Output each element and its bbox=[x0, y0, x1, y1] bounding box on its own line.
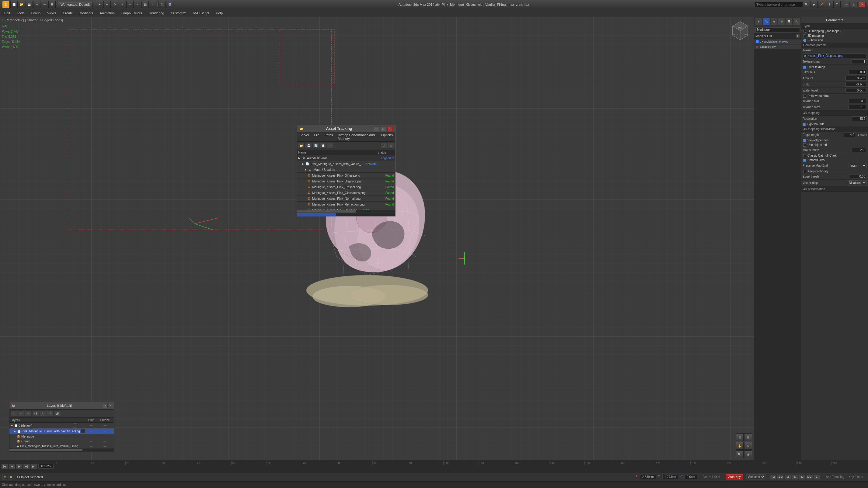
asset-row-vault[interactable]: ▶ 🏛 Autodesk Vault Logged C bbox=[297, 155, 395, 161]
asset-maximize-btn[interactable]: □ bbox=[381, 126, 386, 131]
navigation-cube[interactable]: TOP LEFT FRONT bbox=[730, 20, 751, 41]
asset-minimize-btn[interactable]: — bbox=[374, 126, 379, 131]
asset-scrollbar-thumb[interactable] bbox=[297, 210, 356, 213]
layer-tool-move-up[interactable]: ⬆ bbox=[39, 411, 46, 417]
status-icon-2[interactable]: 🔒 bbox=[8, 475, 13, 480]
current-frame-display[interactable]: 0 / 225 bbox=[38, 464, 54, 468]
edge-length-input[interactable] bbox=[844, 133, 856, 137]
asset-scrollbar[interactable] bbox=[297, 210, 395, 213]
undo-icon[interactable]: ↩ bbox=[33, 1, 40, 8]
search-icon[interactable]: 🔍 bbox=[803, 1, 810, 8]
info-icon[interactable]: ℹ bbox=[826, 1, 833, 8]
align-icon[interactable]: ≡ bbox=[134, 1, 141, 8]
texture-chan-input[interactable] bbox=[851, 59, 867, 64]
layer-tool-link[interactable]: 🔗 bbox=[54, 411, 61, 417]
layers-help-btn[interactable]: ? bbox=[103, 403, 108, 408]
prev-frame-btn[interactable]: ◀ bbox=[8, 464, 15, 469]
z-value[interactable]: 0.0cm bbox=[685, 475, 697, 479]
layer-check-default[interactable] bbox=[73, 423, 77, 427]
layer-tool-move-down[interactable]: ⬇ bbox=[47, 411, 54, 417]
viewport-3d[interactable]: + [Perspective] [ Shaded + Edged Faces] … bbox=[0, 17, 754, 460]
asset-row-maps[interactable]: ▼ 🗂 Maps / Shaders bbox=[297, 167, 395, 173]
modifier-vray-displacement[interactable]: VRayDisplacementMod bbox=[754, 39, 801, 44]
layers-scrollbar-thumb[interactable] bbox=[9, 449, 83, 451]
play-btn[interactable]: ▶ bbox=[16, 464, 23, 469]
asset-tool-4[interactable]: 📋 bbox=[320, 142, 327, 149]
status-prev-frame[interactable]: ◀ bbox=[784, 474, 791, 480]
texmap-min-input[interactable] bbox=[848, 99, 867, 103]
view-dependent-checkbox[interactable] bbox=[803, 139, 806, 142]
pan-btn[interactable]: ✋ bbox=[736, 442, 744, 450]
resolution-input[interactable] bbox=[851, 117, 867, 121]
move-icon[interactable]: ✛ bbox=[103, 1, 111, 8]
modifier-enable-checkbox2[interactable] bbox=[756, 45, 759, 48]
orbit-btn[interactable]: ↻ bbox=[744, 442, 752, 450]
keep-continuity-checkbox[interactable] bbox=[803, 170, 806, 173]
status-next-frame[interactable]: ▶ bbox=[799, 474, 806, 480]
layers-scrollbar[interactable] bbox=[9, 449, 114, 451]
zoom-selected-btn[interactable]: ⊞ bbox=[744, 433, 752, 441]
asset-tool-3[interactable]: 🔄 bbox=[312, 142, 319, 149]
field-of-view-btn[interactable]: ◉ bbox=[744, 450, 752, 458]
asset-row-max-file[interactable]: ▶ 📄 Pink_Meringue_Kisses_with_Vanilla_Fi… bbox=[297, 161, 395, 167]
search-input[interactable] bbox=[754, 2, 803, 7]
select-icon[interactable]: ✦ bbox=[96, 1, 103, 8]
menu-tools[interactable]: Tools bbox=[14, 10, 28, 16]
asset-menu-file[interactable]: File bbox=[312, 132, 322, 141]
render-icon[interactable]: 🎬 bbox=[158, 1, 166, 8]
shift-input[interactable] bbox=[845, 82, 867, 87]
status-play[interactable]: ▶ bbox=[792, 474, 798, 480]
layer-row-meringue[interactable]: 📦 Meringue — — bbox=[9, 434, 114, 439]
curve-icon[interactable]: 〰 bbox=[149, 1, 156, 8]
tight-bounds-checkbox[interactable] bbox=[803, 123, 806, 126]
rotate-icon[interactable]: ↻ bbox=[111, 1, 118, 8]
mirror-icon[interactable]: ⇔ bbox=[126, 1, 133, 8]
texmap-value[interactable]: e_Kisses_Pink_Displace.png bbox=[803, 54, 867, 58]
menu-help[interactable]: Help bbox=[213, 10, 226, 16]
modifier-list-arrow[interactable]: ▼ bbox=[796, 34, 800, 38]
asset-row-normal[interactable]: 🖼 Meringue_Kisses_Pink_Normal.png Found bbox=[297, 196, 395, 202]
open-icon[interactable]: 📂 bbox=[18, 1, 25, 8]
asset-row-glossiness[interactable]: 🖼 Meringue_Kisses_Pink_Glossiness.png Fo… bbox=[297, 190, 395, 196]
display-tab[interactable]: 💡 bbox=[785, 18, 793, 25]
type-subdivision-radio[interactable]: Subdivision bbox=[801, 38, 868, 42]
menu-modifiers[interactable]: Modifiers bbox=[76, 10, 96, 16]
menu-customize[interactable]: Customize bbox=[168, 10, 190, 16]
layer-row-cream[interactable]: 📦 Cream — — bbox=[9, 439, 114, 444]
asset-tool-1[interactable]: 📁 bbox=[298, 142, 305, 149]
menu-edit[interactable]: Edit bbox=[1, 10, 13, 16]
relative-bbox-checkbox[interactable] bbox=[803, 95, 806, 98]
hold-icon[interactable]: ⏸ bbox=[49, 1, 56, 8]
add-time-tag-label[interactable]: Add Time Tag bbox=[826, 475, 844, 479]
scale-icon[interactable]: ⤡ bbox=[119, 1, 126, 8]
x-value[interactable]: 2.839cm bbox=[640, 475, 656, 479]
status-next[interactable]: ▶▶ bbox=[806, 474, 813, 480]
menu-maxscript[interactable]: MAXScript bbox=[190, 10, 212, 16]
asset-row-refraction[interactable]: 🖼 Meringue_Kisses_Pink_Refraction.png Fo… bbox=[297, 202, 395, 207]
y-value[interactable]: 1.773cm bbox=[662, 475, 678, 479]
status-go-start[interactable]: |◀ bbox=[770, 474, 776, 480]
menu-create[interactable]: Create bbox=[60, 10, 76, 16]
water-level-input[interactable] bbox=[845, 88, 867, 93]
help-icon[interactable]: ? bbox=[833, 1, 841, 8]
filter-texmap-checkbox[interactable] bbox=[803, 66, 806, 69]
modifier-editable-poly[interactable]: Editable Poly bbox=[754, 44, 801, 49]
minimize-button[interactable]: — bbox=[843, 2, 850, 7]
menu-views[interactable]: Views bbox=[44, 10, 59, 16]
maximize-button[interactable]: □ bbox=[851, 2, 858, 7]
workspace-button[interactable]: Workspace: Default bbox=[58, 2, 92, 7]
asset-row-displace[interactable]: 🖼 Meringue_Kisses_Pink_Displace.png Foun… bbox=[297, 178, 395, 184]
type-3d-radio[interactable]: 3D mapping bbox=[801, 33, 868, 38]
max-subdivs-input[interactable] bbox=[851, 148, 867, 152]
layer-tool-add-selection[interactable]: +⬆ bbox=[32, 411, 39, 417]
layer-tool-delete[interactable]: ✕ bbox=[18, 411, 24, 417]
asset-close-btn[interactable]: ✕ bbox=[387, 126, 393, 131]
asset-tool-refresh[interactable]: ↺ bbox=[380, 142, 387, 149]
radio-subdiv[interactable] bbox=[803, 39, 806, 42]
asset-row-refraction-gloss[interactable]: 🖼 Meringue_Kisses_Pink_Refraction_Glossi… bbox=[297, 207, 395, 210]
amount-input[interactable] bbox=[845, 76, 867, 80]
object-name-field[interactable] bbox=[754, 27, 801, 33]
radio-2d[interactable] bbox=[803, 30, 806, 33]
go-end-btn[interactable]: ▶| bbox=[30, 464, 37, 469]
asset-menu-paths[interactable]: Paths bbox=[322, 132, 335, 141]
